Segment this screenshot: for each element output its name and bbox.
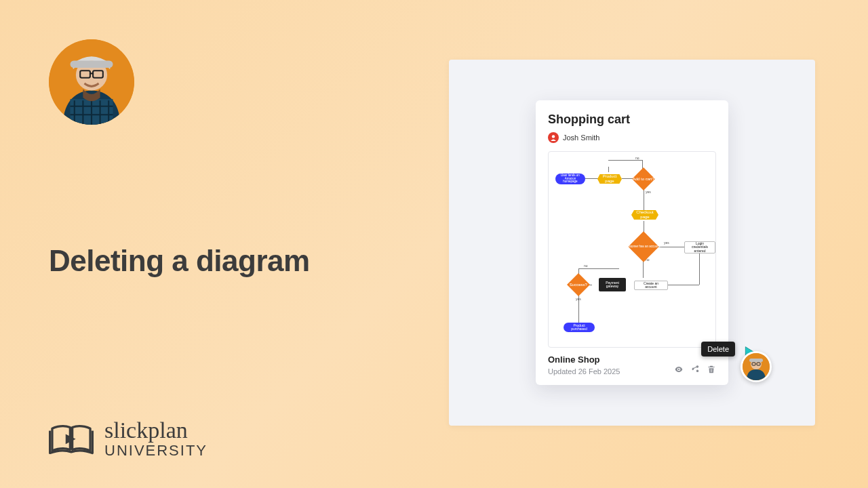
diagram-card[interactable]: Shopping cart Josh Smith bbox=[536, 100, 728, 385]
flow-node-createacct: Create an account bbox=[634, 281, 668, 290]
edge-label: yes bbox=[646, 190, 651, 194]
open-book-play-icon bbox=[49, 422, 94, 455]
author-avatar bbox=[548, 132, 559, 143]
eye-icon[interactable] bbox=[674, 365, 684, 374]
svg-rect-10 bbox=[71, 61, 113, 68]
brand-subtitle: UNIVERSITY bbox=[104, 443, 208, 458]
flow-node-addcart: Add to cart? bbox=[632, 167, 655, 190]
author-row: Josh Smith bbox=[548, 132, 716, 143]
edge-label: yes bbox=[664, 241, 669, 245]
svg-point-15 bbox=[552, 135, 555, 138]
edge-label: no bbox=[584, 264, 588, 268]
flow-node-start: User lands on Amazon homepage bbox=[555, 174, 585, 184]
tutorial-slide: Deleting a diagram slickplan UNIVERSITY … bbox=[0, 0, 868, 488]
edge-label: no bbox=[635, 156, 639, 160]
slide-title: Deleting a diagram bbox=[49, 244, 310, 278]
diagram-title: Shopping cart bbox=[548, 113, 716, 127]
flow-node-gateway: Payment gateway bbox=[599, 278, 626, 291]
trash-icon[interactable] bbox=[707, 365, 716, 374]
flow-node-checkout: Checkout page bbox=[631, 210, 658, 220]
cursor-user-avatar bbox=[741, 351, 772, 382]
flow-node-purchased: Product purchased bbox=[564, 323, 595, 332]
delete-tooltip: Delete bbox=[701, 342, 735, 357]
flow-node-product: Product page bbox=[597, 174, 622, 184]
updated-label: Updated 26 Feb 2025 bbox=[548, 367, 620, 375]
flow-node-hasacct: Customer has an account? bbox=[628, 231, 658, 262]
share-icon[interactable] bbox=[690, 365, 700, 374]
author-name: Josh Smith bbox=[563, 134, 599, 142]
project-name: Online Shop bbox=[548, 354, 620, 365]
brand-logo: slickplan UNIVERSITY bbox=[49, 418, 208, 458]
person-illustration-icon bbox=[49, 39, 134, 125]
brand-name: slickplan bbox=[104, 418, 208, 443]
edge-label: yes bbox=[576, 297, 581, 301]
app-preview-panel: Shopping cart Josh Smith bbox=[449, 60, 815, 426]
card-action-icons bbox=[674, 365, 716, 375]
diagram-thumbnail[interactable]: no yes yes no no yes User lands on Amazo… bbox=[548, 151, 716, 348]
svg-rect-18 bbox=[749, 359, 763, 362]
flow-node-login: Login credentials entered bbox=[684, 241, 715, 253]
presenter-avatar bbox=[49, 39, 134, 125]
flow-node-success: Success? bbox=[567, 273, 590, 296]
